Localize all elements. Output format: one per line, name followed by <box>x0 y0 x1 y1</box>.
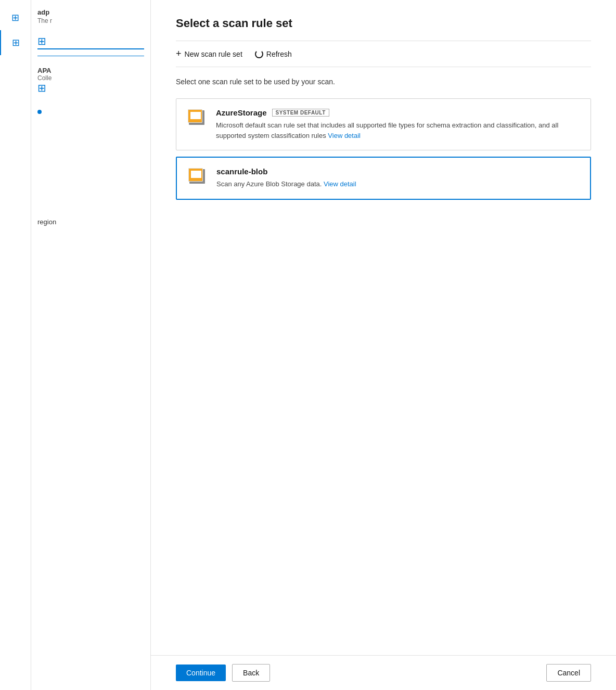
rule-card-azure-storage[interactable]: AzureStorage SYSTEM DEFAULT Microsoft de… <box>176 98 591 150</box>
bg-region: region <box>37 218 144 226</box>
new-scan-rule-set-button[interactable]: + New scan rule set <box>176 45 251 62</box>
page-title: Select a scan rule set <box>176 17 591 30</box>
panel-footer: Continue Back Cancel <box>151 655 616 690</box>
view-detail-link-scanrule-blob[interactable]: View detail <box>324 180 356 188</box>
back-button[interactable]: Back <box>232 664 270 682</box>
bg-grid-icon-1: ⊞ <box>37 35 144 49</box>
bg-sub-1: The r <box>37 17 144 24</box>
rule-card-scanrule-blob[interactable]: scanrule-blob Scan any Azure Blob Storag… <box>176 157 591 200</box>
card-title-row-scanrule-blob: scanrule-blob <box>216 167 580 176</box>
card-body-scanrule-blob: scanrule-blob Scan any Azure Blob Storag… <box>216 167 580 189</box>
card-title-azure-storage: AzureStorage <box>216 108 267 117</box>
main-panel: Select a scan rule set + New scan rule s… <box>151 0 616 690</box>
card-desc-azure-storage: Microsoft default scan rule set that inc… <box>216 120 580 140</box>
bg-blue-dot <box>37 110 42 114</box>
view-detail-link-azure-storage[interactable]: View detail <box>328 132 361 139</box>
bg-label-1: adp <box>37 8 144 16</box>
panel-content: Select a scan rule set + New scan rule s… <box>151 0 616 655</box>
card-title-scanrule-blob: scanrule-blob <box>216 167 267 176</box>
card-body-azure-storage: AzureStorage SYSTEM DEFAULT Microsoft de… <box>216 108 580 140</box>
bg-grid-icon-2: ⊞ <box>37 82 144 94</box>
card-icon-scanrule-blob <box>187 167 208 188</box>
bg-section-2: APA Colle ⊞ <box>37 67 144 94</box>
refresh-icon <box>255 50 263 58</box>
bg-section-sub-2: Colle <box>37 74 144 82</box>
plus-icon: + <box>176 48 182 59</box>
system-default-badge: SYSTEM DEFAULT <box>272 109 329 117</box>
bg-section-label-2: APA <box>37 67 144 74</box>
grid-icon-2: ⊞ <box>12 37 20 48</box>
grid-icon-1: ⊞ <box>11 12 19 23</box>
description-text: Select one scan rule set to be used by y… <box>176 78 591 86</box>
refresh-label: Refresh <box>266 50 292 58</box>
sidebar: ⊞ ⊞ <box>0 0 31 690</box>
toolbar: + New scan rule set Refresh <box>176 41 591 67</box>
background-panel: adp The r ⊞ APA Colle ⊞ region <box>31 0 151 690</box>
new-scan-rule-set-label: New scan rule set <box>185 50 242 58</box>
card-title-row-azure-storage: AzureStorage SYSTEM DEFAULT <box>216 108 580 117</box>
refresh-button[interactable]: Refresh <box>255 47 300 61</box>
sidebar-item-grid-2[interactable]: ⊞ <box>0 30 31 55</box>
continue-button[interactable]: Continue <box>176 665 226 681</box>
card-icon-azure-storage <box>187 108 208 129</box>
cancel-button[interactable]: Cancel <box>546 664 591 682</box>
card-desc-scanrule-blob: Scan any Azure Blob Storage data. View d… <box>216 179 580 189</box>
sidebar-item-grid-1[interactable]: ⊞ <box>0 5 31 30</box>
